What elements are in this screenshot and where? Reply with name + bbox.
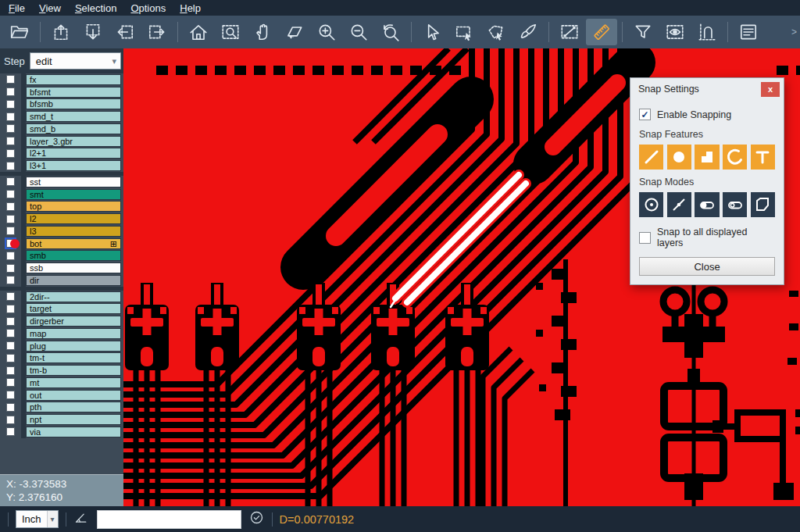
pan-hand-icon[interactable] bbox=[247, 19, 278, 45]
layer-chip-out[interactable]: out bbox=[26, 390, 121, 401]
layer-chip-smd_b[interactable]: smd_b bbox=[26, 123, 121, 134]
layer-checkbox-2dir--[interactable] bbox=[6, 292, 15, 301]
dialog-close-icon[interactable]: x bbox=[761, 82, 780, 97]
menu-item-selection[interactable]: Selection bbox=[68, 2, 123, 15]
layer-chip-l3[interactable]: l3 bbox=[26, 226, 121, 237]
layer-checkbox-top[interactable] bbox=[6, 202, 15, 211]
layer-chip-dir[interactable]: dir bbox=[26, 275, 121, 286]
pan-left-icon[interactable] bbox=[109, 19, 141, 45]
layer-checkbox-pth[interactable] bbox=[6, 403, 15, 412]
layer-chip-top[interactable]: top bbox=[26, 201, 121, 212]
layer-checkbox-l3+1[interactable] bbox=[6, 162, 15, 170]
layer-checkbox-npt[interactable] bbox=[6, 416, 15, 424]
zoom-in-icon[interactable] bbox=[311, 19, 342, 45]
layer-checkbox-dirgerber[interactable] bbox=[6, 317, 15, 326]
layer-checkbox-bfsmt[interactable] bbox=[6, 87, 15, 96]
layer-chip-map[interactable]: map bbox=[26, 328, 121, 339]
text-snap-feature-icon[interactable] bbox=[751, 145, 775, 170]
open-folder-icon[interactable] bbox=[4, 19, 35, 45]
layer-checkbox-ssb[interactable] bbox=[6, 264, 15, 273]
layer-chip-smt[interactable]: smt bbox=[26, 189, 121, 200]
select-rect-icon[interactable] bbox=[448, 19, 480, 45]
menu-item-file[interactable]: File bbox=[2, 2, 32, 15]
circle-snap-feature-icon[interactable] bbox=[667, 145, 691, 170]
line-snap-feature-icon[interactable] bbox=[639, 145, 663, 170]
slot-outline-snap-mode-icon[interactable] bbox=[723, 192, 747, 217]
layer-chip-npt[interactable]: npt bbox=[26, 414, 121, 425]
zoom-region-icon[interactable] bbox=[215, 19, 246, 45]
select-polygon-icon[interactable] bbox=[480, 19, 512, 45]
layer-checkbox-dir[interactable] bbox=[6, 276, 15, 284]
ruler-icon[interactable] bbox=[586, 19, 617, 45]
layer-checkbox-via[interactable] bbox=[6, 427, 15, 436]
layer-chip-ssb[interactable]: ssb bbox=[26, 262, 121, 273]
layer-chip-via[interactable]: via bbox=[26, 427, 121, 437]
step-select[interactable]: edit ▾ bbox=[30, 52, 121, 70]
layer-checkbox-l3[interactable] bbox=[6, 227, 15, 235]
layer-chip-l2+1[interactable]: l2+1 bbox=[26, 148, 121, 159]
all-layers-row[interactable]: Snap to all displayed layers bbox=[639, 227, 775, 248]
layer-checkbox-smt[interactable] bbox=[6, 190, 15, 198]
center-snap-mode-icon[interactable] bbox=[639, 192, 663, 217]
menu-item-view[interactable]: View bbox=[32, 2, 68, 15]
layer-chip-2dir--[interactable]: 2dir-- bbox=[26, 291, 121, 302]
layer-chip-l2[interactable]: l2 bbox=[26, 213, 121, 224]
home-fit-icon[interactable] bbox=[183, 19, 214, 45]
layer-checkbox-fx[interactable] bbox=[6, 75, 15, 84]
layer-chip-mt[interactable]: mt bbox=[26, 377, 121, 388]
layer-checkbox-layer_3.gbr[interactable] bbox=[6, 137, 15, 145]
form-icon[interactable] bbox=[733, 19, 764, 45]
view-eye-icon[interactable] bbox=[659, 19, 691, 45]
all-layers-checkbox[interactable] bbox=[639, 232, 651, 244]
command-input[interactable] bbox=[97, 510, 241, 529]
layer-chip-l3+1[interactable]: l3+1 bbox=[26, 160, 121, 171]
layer-chip-pth[interactable]: pth bbox=[26, 402, 121, 412]
layer-checkbox-smb[interactable] bbox=[6, 252, 15, 260]
layer-checkbox-smd_t[interactable] bbox=[6, 112, 15, 121]
layer-chip-bfsmb[interactable]: bfsmb bbox=[26, 98, 121, 109]
layer-chip-fx[interactable]: fx bbox=[26, 74, 121, 85]
slot-filled-snap-mode-icon[interactable] bbox=[695, 192, 719, 217]
layer-checkbox-tm-b[interactable] bbox=[6, 366, 15, 375]
layer-checkbox-out[interactable] bbox=[6, 391, 15, 399]
enable-snapping-row[interactable]: ✓ Enable Snapping bbox=[639, 109, 775, 120]
toolbar-overflow-chevron-icon[interactable]: > bbox=[791, 27, 797, 37]
polygon-snap-mode-icon[interactable] bbox=[751, 192, 775, 217]
pcb-canvas[interactable]: Snap Settings x ✓ Enable Snapping Snap F… bbox=[123, 48, 800, 506]
layer-chip-bfsmt[interactable]: bfsmt bbox=[26, 87, 121, 98]
layer-chip-dirgerber[interactable]: dirgerber bbox=[26, 316, 121, 327]
layer-checkbox-mt[interactable] bbox=[6, 378, 15, 387]
close-button[interactable]: Close bbox=[639, 257, 775, 276]
brush-icon[interactable] bbox=[512, 19, 544, 45]
layer-checkbox-l2[interactable] bbox=[6, 215, 15, 223]
menu-item-help[interactable]: Help bbox=[173, 2, 208, 15]
midpoint-snap-mode-icon[interactable] bbox=[667, 192, 691, 217]
dialog-title-bar[interactable]: Snap Settings x bbox=[630, 78, 784, 100]
pad-snap-feature-icon[interactable] bbox=[695, 145, 719, 170]
pan-up-icon[interactable] bbox=[45, 19, 77, 45]
layer-chip-bot[interactable]: bot⊞ bbox=[26, 238, 121, 249]
layer-checkbox-tm-t[interactable] bbox=[6, 354, 15, 362]
layer-checkbox-l2+1[interactable] bbox=[6, 149, 15, 158]
layer-checkbox-bfsmb[interactable] bbox=[6, 100, 15, 109]
layer-chip-layer_3.gbr[interactable]: layer_3.gbr bbox=[26, 136, 121, 147]
layer-chip-plug[interactable]: plug bbox=[26, 341, 121, 352]
zoom-out-icon[interactable] bbox=[343, 19, 374, 45]
snap-icon[interactable] bbox=[691, 19, 723, 45]
layer-chip-target[interactable]: target bbox=[26, 303, 121, 314]
menu-item-options[interactable]: Options bbox=[123, 2, 173, 15]
filter-icon[interactable] bbox=[627, 19, 659, 45]
apply-check-icon[interactable] bbox=[248, 509, 265, 529]
layer-checkbox-plug[interactable] bbox=[6, 341, 15, 350]
layer-chip-tm-b[interactable]: tm-b bbox=[26, 365, 121, 376]
arc-snap-feature-icon[interactable] bbox=[723, 145, 747, 170]
layer-chip-smb[interactable]: smb bbox=[26, 250, 121, 261]
layer-chip-sst[interactable]: sst bbox=[26, 177, 121, 187]
layer-checkbox-map[interactable] bbox=[6, 329, 15, 337]
pan-down-icon[interactable] bbox=[77, 19, 109, 45]
layer-checkbox-target[interactable] bbox=[6, 305, 15, 313]
layer-chip-tm-t[interactable]: tm-t bbox=[26, 352, 121, 363]
layer-chip-smd_t[interactable]: smd_t bbox=[26, 111, 121, 122]
unit-select[interactable]: Inch ▾ bbox=[16, 510, 59, 528]
layer-checkbox-sst[interactable] bbox=[6, 177, 15, 186]
